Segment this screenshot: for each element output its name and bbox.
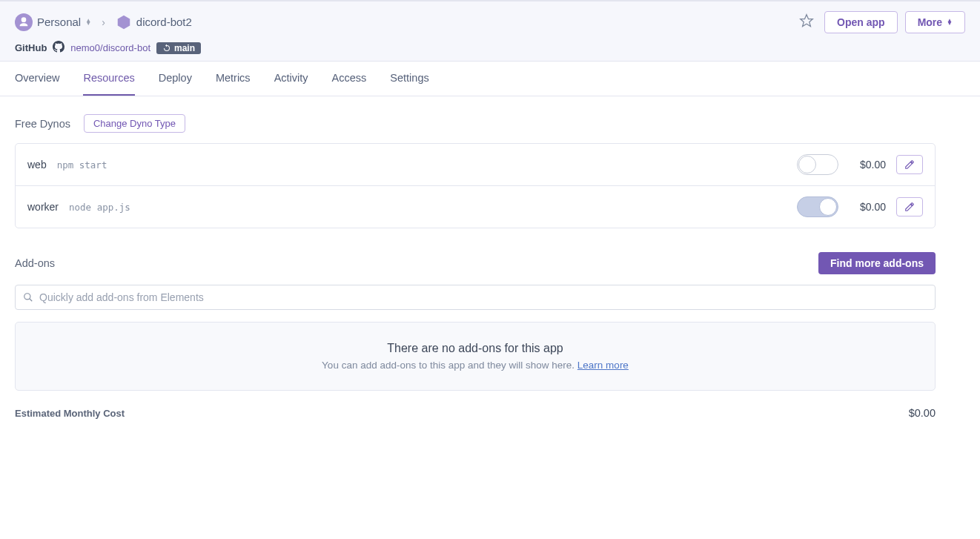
find-more-addons-button[interactable]: Find more add-ons — [818, 252, 936, 274]
addons-empty-state: There are no add-ons for this app You ca… — [15, 322, 936, 391]
svg-marker-0 — [118, 15, 130, 28]
addons-search[interactable] — [15, 285, 936, 310]
addons-section-title: Add-ons — [15, 257, 55, 269]
estimated-cost-value: $0.00 — [909, 407, 936, 419]
github-repo-link[interactable]: nemo0/discord-bot — [70, 42, 150, 53]
dyno-command: npm start — [57, 159, 107, 171]
pencil-icon — [904, 202, 915, 212]
favorite-button[interactable] — [796, 10, 817, 33]
updown-icon: ▲▼ — [85, 19, 91, 25]
learn-more-link[interactable]: Learn more — [577, 360, 629, 371]
dyno-row: workernode app.js$0.00 — [16, 186, 935, 228]
refresh-icon — [162, 44, 171, 53]
empty-title: There are no add-ons for this app — [35, 342, 916, 355]
more-label: More — [918, 16, 942, 28]
updown-icon: ▲▼ — [947, 19, 953, 25]
empty-sub-text: You can add add-ons to this app and they… — [322, 360, 577, 371]
edit-dyno-button[interactable] — [896, 155, 923, 174]
app-name: dicord-bot2 — [136, 16, 192, 28]
dyno-cost: $0.00 — [849, 201, 886, 213]
svg-line-3 — [30, 299, 33, 302]
dyno-cost: $0.00 — [849, 159, 886, 171]
svg-point-2 — [24, 294, 30, 300]
tab-overview[interactable]: Overview — [15, 62, 59, 96]
app-hex-icon — [116, 14, 132, 30]
svg-marker-1 — [801, 15, 813, 27]
change-dyno-type-button[interactable]: Change Dyno Type — [84, 114, 185, 133]
pencil-icon — [904, 159, 915, 170]
tab-activity[interactable]: Activity — [274, 62, 308, 96]
tab-resources[interactable]: Resources — [83, 62, 134, 96]
chevron-right-icon: › — [99, 16, 108, 28]
tab-access[interactable]: Access — [332, 62, 367, 96]
open-app-label: Open app — [837, 16, 885, 28]
branch-name: main — [174, 43, 195, 53]
dyno-toggle[interactable] — [797, 154, 838, 175]
dyno-toggle[interactable] — [797, 196, 838, 217]
tab-settings[interactable]: Settings — [390, 62, 428, 96]
addons-search-input[interactable] — [33, 291, 927, 303]
account-crumb[interactable]: Personal ▲▼ — [15, 13, 91, 31]
search-icon — [23, 292, 33, 302]
open-app-button[interactable]: Open app — [824, 11, 898, 33]
tab-metrics[interactable]: Metrics — [216, 62, 251, 96]
dyno-command: node app.js — [69, 202, 130, 213]
branch-pill[interactable]: main — [156, 42, 201, 54]
tab-deploy[interactable]: Deploy — [159, 62, 192, 96]
estimated-cost-label: Estimated Monthly Cost — [15, 408, 125, 419]
more-button[interactable]: More ▲▼ — [905, 11, 965, 33]
account-label: Personal — [37, 16, 81, 28]
star-icon — [799, 13, 814, 28]
dynos-section-title: Free Dynos — [15, 118, 70, 130]
edit-dyno-button[interactable] — [896, 197, 923, 216]
dyno-type: web — [27, 159, 47, 171]
avatar-icon — [15, 13, 33, 31]
app-crumb[interactable]: dicord-bot2 — [116, 14, 192, 30]
github-label: GitHub — [15, 42, 47, 53]
dyno-type: worker — [27, 201, 59, 213]
dyno-row: webnpm start$0.00 — [16, 144, 935, 186]
github-icon — [53, 41, 64, 55]
